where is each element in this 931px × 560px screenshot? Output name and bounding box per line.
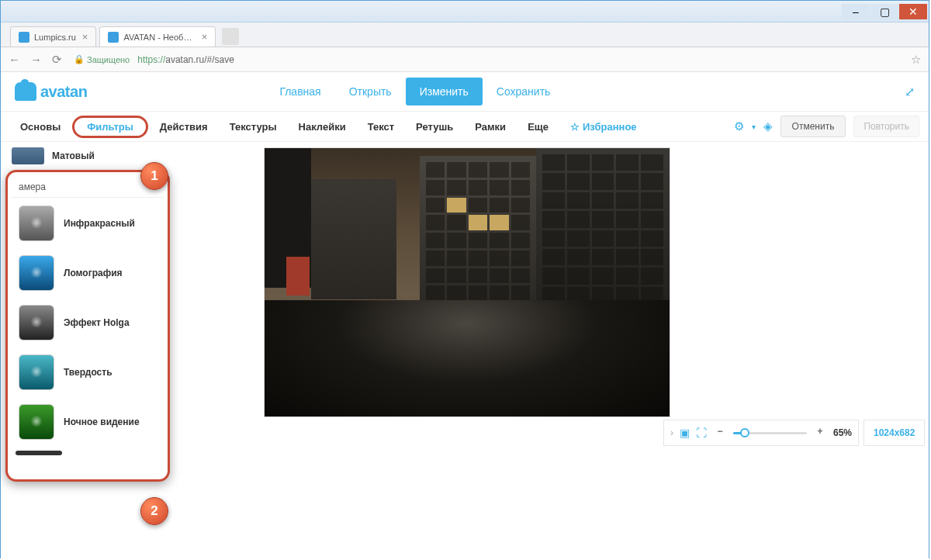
filter-label: Матовый <box>52 150 95 161</box>
top-nav: Главная Открыть Изменить Сохранить <box>265 78 564 105</box>
zoom-slider[interactable] <box>733 432 807 434</box>
new-tab-button[interactable] <box>222 28 239 45</box>
tab-filters[interactable]: Фильтры <box>72 116 148 138</box>
zoom-toolbar: › ▣ ⛶ − + 65% <box>663 420 859 446</box>
filter-label: Инфракрасный <box>64 218 135 229</box>
address-input[interactable]: https://avatan.ru/#/save <box>137 54 234 65</box>
tab-title: Lumpics.ru <box>34 33 76 42</box>
filter-thumb-icon <box>12 147 44 164</box>
settings-gear-icon[interactable]: ⚙ <box>734 119 744 133</box>
tool-nav: Основы Фильтры Действия Текстуры Наклейк… <box>1 111 929 142</box>
app-header: avatan Главная Открыть Изменить Сохранит… <box>1 72 929 111</box>
filter-label: Ломография <box>64 268 123 278</box>
nav-open-link[interactable]: Открыть <box>335 78 406 105</box>
nav-reload-button[interactable]: ⟳ <box>52 53 66 67</box>
tab-stickers[interactable]: Наклейки <box>289 115 356 139</box>
callout-marker-1: 1 <box>140 162 168 190</box>
secure-label: Защищено <box>87 55 130 64</box>
zoom-in-button[interactable]: + <box>813 426 827 440</box>
tab-textures[interactable]: Текстуры <box>220 115 287 139</box>
logo-mark-icon <box>15 82 36 101</box>
callout-marker-2: 2 <box>140 497 168 525</box>
zoom-out-button[interactable]: − <box>713 426 727 440</box>
tab-favorites[interactable]: ☆ Избранное <box>560 115 647 139</box>
lock-icon: 🔒 <box>74 54 85 64</box>
bookmark-star-icon[interactable]: ☆ <box>911 53 921 67</box>
filter-thumb-icon <box>19 255 54 291</box>
window-maximize-button[interactable]: ▢ <box>870 4 898 19</box>
filter-category-label: амера <box>19 181 46 192</box>
redo-button[interactable]: Повторить <box>853 116 919 137</box>
canvas-area: › ▣ ⛶ − + 65% 1024x682 <box>171 142 929 558</box>
sidebar-scrollbar[interactable] <box>16 451 62 455</box>
tab-close-icon[interactable]: × <box>82 31 88 43</box>
window-close-button[interactable]: ✕ <box>899 4 927 19</box>
browser-tab-active[interactable]: AVATAN - Необычный × <box>99 26 216 47</box>
tab-close-icon[interactable]: × <box>202 31 208 43</box>
filter-label: Эффект Holga <box>64 317 130 328</box>
expand-icon[interactable]: ⤢ <box>905 85 915 99</box>
tab-basic[interactable]: Основы <box>10 115 71 139</box>
undo-button[interactable]: Отменить <box>780 116 846 137</box>
fit-screen-icon[interactable]: ▣ <box>680 427 690 439</box>
favorites-star-icon: ☆ <box>570 121 580 133</box>
zoom-slider-thumb[interactable] <box>740 428 749 437</box>
layers-icon[interactable]: ◈ <box>763 119 773 133</box>
filter-item[interactable]: Эффект Holga <box>14 302 161 344</box>
nav-edit-button[interactable]: Изменить <box>406 78 483 105</box>
canvas-image[interactable] <box>265 148 670 417</box>
filter-list-highlighted: амера ▾ ИнфракрасныйЛомографияЭффект Hol… <box>5 170 170 482</box>
zoom-expand-icon[interactable]: › <box>670 427 673 438</box>
fullscreen-icon[interactable]: ⛶ <box>696 427 707 439</box>
filter-thumb-icon <box>19 206 54 241</box>
settings-chevron-icon[interactable]: ▾ <box>752 123 756 131</box>
tab-title: AVATAN - Необычный <box>123 33 195 42</box>
tab-actions[interactable]: Действия <box>150 115 218 139</box>
filter-thumb-icon <box>19 354 54 390</box>
filter-label: Ночное видение <box>64 417 140 427</box>
window-minimize-button[interactable]: – <box>842 4 870 19</box>
nav-forward-button[interactable]: → <box>30 53 44 67</box>
filter-label: Твердость <box>64 367 112 378</box>
filters-sidebar: Матовый амера ▾ ИнфракрасныйЛомографияЭф… <box>1 142 171 558</box>
secure-indicator: 🔒 Защищено <box>74 54 130 64</box>
filter-thumb-icon <box>19 305 54 340</box>
logo-text: avatan <box>40 83 87 101</box>
nav-back-button[interactable]: ← <box>9 53 22 67</box>
app-logo[interactable]: avatan <box>15 82 87 101</box>
tab-retouch[interactable]: Ретушь <box>406 115 463 139</box>
filter-thumb-icon <box>19 404 54 440</box>
nav-save-link[interactable]: Сохранить <box>483 78 565 105</box>
address-bar: ← → ⟳ 🔒 Защищено https://avatan.ru/#/sav… <box>1 47 929 72</box>
filter-item[interactable]: Твердость <box>14 351 161 393</box>
image-dimensions: 1024x682 <box>864 420 925 446</box>
tab-more[interactable]: Еще <box>517 115 559 139</box>
tab-favicon-icon <box>19 32 29 43</box>
filter-item[interactable]: Ломография <box>14 252 161 294</box>
filter-item[interactable]: Инфракрасный <box>14 202 161 244</box>
nav-home-link[interactable]: Главная <box>265 78 334 105</box>
window-titlebar: – ▢ ✕ <box>1 1 929 22</box>
browser-tab[interactable]: Lumpics.ru × <box>10 26 96 47</box>
tab-favicon-icon <box>108 32 119 43</box>
filter-item[interactable]: Ночное видение <box>14 401 161 443</box>
zoom-percentage: 65% <box>833 427 852 438</box>
tab-text[interactable]: Текст <box>358 115 404 139</box>
browser-tab-strip: Lumpics.ru × AVATAN - Необычный × <box>1 22 929 47</box>
tab-frames[interactable]: Рамки <box>465 115 516 139</box>
